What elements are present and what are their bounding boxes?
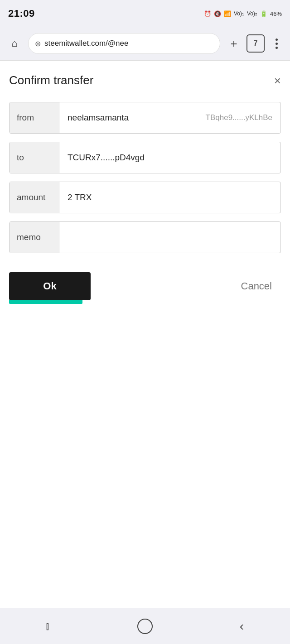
wifi-icon: 📶 [224, 10, 231, 17]
menu-dot [276, 38, 278, 41]
cancel-button[interactable]: Cancel [232, 272, 281, 300]
browser-url-bar[interactable]: ⊛ steemitwallet.com/@nee [28, 33, 220, 54]
amount-text: 2 TRX [68, 192, 92, 202]
browser-menu-button[interactable] [268, 35, 285, 52]
tabs-count: 7 [254, 39, 258, 48]
to-value: TCURx7......pD4vgd [59, 142, 280, 173]
silent-icon: 🔇 [214, 10, 221, 17]
amount-row: amount 2 TRX [9, 182, 281, 213]
status-icons: ⏰ 🔇 📶 Vo)₁ Vo)₂ 🔋 46% [204, 10, 282, 17]
dialog-title-row: Confirm transfer × [9, 73, 281, 87]
to-row: to TCURx7......pD4vgd [9, 142, 281, 173]
nav-home-button[interactable] [131, 615, 159, 638]
tabs-button[interactable]: 7 [246, 34, 265, 53]
amount-label: amount [10, 182, 59, 213]
buttons-row: Ok Cancel [9, 272, 281, 300]
home-icon: ⌂ [11, 38, 17, 49]
memo-value [59, 222, 280, 253]
from-username: neelamsamanta [68, 113, 129, 123]
dialog-title: Confirm transfer [9, 73, 93, 87]
signal-lte1-icon: Vo)₁ [234, 10, 244, 17]
nav-back-button[interactable]: ‹ [228, 615, 255, 638]
bottom-nav: ⫿ ‹ [0, 608, 290, 644]
ok-button[interactable]: Ok [9, 272, 91, 300]
browser-home-button[interactable]: ⌂ [5, 34, 24, 53]
status-bar: 21:09 ⏰ 🔇 📶 Vo)₁ Vo)₂ 🔋 46% [0, 0, 290, 27]
memo-label: memo [10, 222, 59, 253]
amount-value: 2 TRX [59, 182, 280, 213]
memo-row: memo [9, 221, 281, 253]
nav-menu-button[interactable]: ⫿ [35, 615, 62, 638]
menu-dot [276, 43, 278, 45]
url-text: steemitwallet.com/@nee [44, 39, 213, 48]
add-icon: + [230, 37, 237, 51]
browser-bar: ⌂ ⊛ steemitwallet.com/@nee + 7 [0, 27, 290, 60]
to-address: TCURx7......pD4vgd [68, 153, 145, 163]
back-chevron-icon: ‹ [240, 619, 244, 634]
from-value: neelamsamanta TBqhe9......yKLhBe [59, 102, 280, 133]
status-time: 21:09 [8, 8, 35, 19]
alarm-icon: ⏰ [204, 10, 211, 17]
signal-lte2-icon: Vo)₂ [247, 10, 257, 17]
browser-actions: + 7 [225, 34, 285, 53]
from-address: TBqhe9......yKLhBe [206, 113, 272, 122]
from-row: from neelamsamanta TBqhe9......yKLhBe [9, 102, 281, 134]
url-security-icon: ⊛ [35, 39, 41, 48]
close-button[interactable]: × [274, 75, 281, 87]
battery-icon: 🔋 [260, 10, 267, 17]
menu-lines-icon: ⫿ [45, 620, 51, 632]
to-label: to [10, 142, 59, 173]
main-content: Confirm transfer × from neelamsamanta TB… [0, 61, 290, 608]
menu-dot [276, 47, 278, 49]
battery-percent: 46% [270, 10, 282, 17]
nav-home-circle-icon [137, 619, 153, 634]
new-tab-button[interactable]: + [225, 34, 243, 53]
from-label: from [10, 102, 59, 133]
